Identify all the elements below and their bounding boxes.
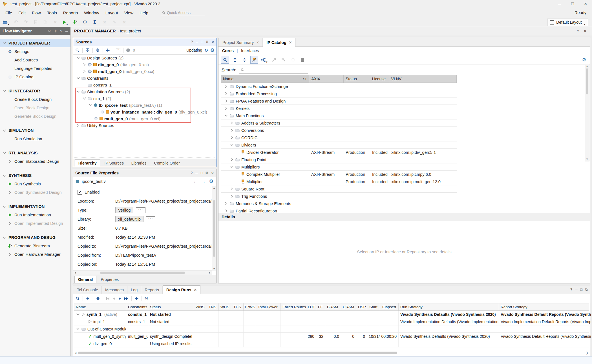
scroll-left-icon[interactable]: ◄ (74, 351, 77, 354)
settings-button[interactable]: ⚙ (81, 19, 89, 26)
flownav-item-create-block-design[interactable]: Create Block Design (0, 95, 70, 104)
group-by-icon[interactable]: ▾ (260, 56, 268, 63)
sources-float-icon[interactable]: ⧉ (206, 40, 209, 44)
ip-row-floating-point[interactable]: Floating Point (221, 156, 457, 163)
create-run-icon[interactable] (134, 296, 139, 301)
column-header-vlnv[interactable]: VLNV (389, 75, 457, 83)
column-header-lut[interactable]: LUT (306, 303, 316, 310)
scroll-down-icon[interactable]: ▼ (213, 267, 215, 270)
menu-layout[interactable]: Layout (102, 9, 121, 17)
sources-help-icon[interactable]: ? (191, 40, 193, 44)
menu-edit[interactable]: Edit (15, 9, 29, 17)
close-icon[interactable]: ✕ (579, 0, 592, 8)
ip-row-complex-multiplier[interactable]: Complex MultiplierAXI4-StreamProductionI… (221, 171, 457, 178)
source-tree-item-mult-gen-0[interactable]: mult_gen_0 (mult_gen_0.xci) (73, 115, 216, 122)
design-run-row-synth-1[interactable]: synth_1 (active)constrs_1Not startedViva… (74, 311, 589, 318)
column-header-ths[interactable]: THS (231, 303, 244, 310)
column-header-tpws[interactable]: TPWS (244, 303, 256, 310)
vertical-scrollbar-thumb[interactable] (586, 68, 588, 94)
subtab-cores[interactable]: Cores (222, 48, 234, 53)
column-header-wns[interactable]: WNS (194, 303, 206, 310)
source-tree-item-simulation-sources[interactable]: Simulation Sources (2) (73, 88, 216, 95)
ip-collapse-all-icon[interactable] (231, 56, 238, 63)
console-tab-reports[interactable]: Reports (141, 286, 163, 294)
flownav-section-ip-integrator[interactable]: IP INTEGRATOR (0, 87, 70, 95)
flownav-item-open-hardware-manager[interactable]: Open Hardware Manager (0, 250, 70, 259)
flownav-item-open-elaborated-design[interactable]: Open Elaborated Design (0, 157, 70, 166)
flownav-item-run-synthesis[interactable]: Run Synthesis (0, 180, 70, 188)
design-run-row-div-gen-0[interactable]: ✓div_gen_0Using cached IP results (74, 340, 589, 347)
flownav-item-settings[interactable]: ⚙Settings (0, 47, 70, 56)
ellipsis-button[interactable]: ··· (146, 216, 156, 222)
flownav-item-language-templates[interactable]: Language Templates (0, 64, 70, 73)
bottom-minimize-icon[interactable]: ─ (575, 288, 578, 292)
design-run-row-out-of-context-module-runs[interactable]: Out-of-Context Module Runs (74, 325, 589, 333)
sources-tab-hierarchy[interactable]: Hierarchy (75, 159, 100, 167)
column-header-elapsed[interactable]: Elapsed (380, 303, 399, 310)
menu-flow[interactable]: Flow (29, 9, 44, 17)
maximize-icon[interactable]: ☐ (566, 0, 579, 8)
runs-search-icon[interactable] (76, 296, 80, 301)
add-sources-icon[interactable] (106, 48, 110, 52)
properties-vertical-scrollbar[interactable]: ▲ ▼ (212, 186, 216, 271)
flownav-collapse-icon[interactable]: ≍ (48, 29, 51, 33)
column-header-axi4[interactable]: AXI4 (309, 75, 344, 83)
open-recent-button[interactable]: ▾ (2, 19, 10, 26)
run-icon[interactable] (118, 297, 121, 300)
scroll-right-icon[interactable]: ❯ (586, 351, 588, 354)
bottom-maximize-icon[interactable]: □ (580, 288, 583, 292)
quick-access-input[interactable]: Quick Access (161, 9, 205, 16)
generate-bitstream-button[interactable] (71, 19, 79, 26)
menu-help[interactable]: Help (136, 9, 151, 17)
editor-tab-project-summary[interactable]: Project Summary✕ (219, 38, 263, 46)
properties-minimize-icon[interactable]: ─ (195, 171, 198, 175)
flownav-section-simulation[interactable]: SIMULATION (0, 126, 70, 135)
column-header-failed-routes[interactable]: Failed Routes (281, 303, 306, 310)
field-value-box[interactable]: xil_defaultlib (115, 216, 143, 222)
field-value-box[interactable]: Verilog (115, 207, 133, 213)
ip-vertical-scrollbar[interactable]: ▲ ▼ (585, 64, 589, 161)
menu-tools[interactable]: Tools (44, 9, 60, 17)
sources-tab-compile-order[interactable]: Compile Order (151, 160, 183, 167)
vertical-scrollbar-thumb[interactable] (213, 200, 215, 257)
column-header-run-strategy[interactable]: Run Strategy (399, 303, 499, 310)
ip-row-adders-subtracters[interactable]: Adders & Subtracters (221, 119, 457, 127)
scroll-down-icon[interactable]: ▼ (586, 158, 588, 161)
column-header-ff[interactable]: FF (316, 303, 325, 310)
source-tree-item-constrs-1[interactable]: constrs_1 (73, 81, 216, 88)
properties-tab-general[interactable]: General (74, 276, 96, 283)
search-icon[interactable] (75, 48, 79, 52)
flownav-item-run-simulation[interactable]: Run Simulation (0, 135, 70, 143)
bottom-float-icon[interactable]: ⧉ (585, 288, 588, 292)
flownav-section-program-and-debug[interactable]: PROGRAM AND DEBUG (0, 233, 70, 242)
sources-tab-ip-sources[interactable]: IP Sources (101, 160, 127, 167)
ip-row-conversions[interactable]: Conversions (221, 127, 457, 134)
design-run-row-impl-1[interactable]: impl_1constrs_1Not startedVivado Impleme… (74, 318, 589, 325)
column-header-report-strategy[interactable]: Report Strategy (499, 303, 591, 310)
column-header-name[interactable]: Name (74, 303, 126, 310)
tab-close-icon[interactable]: ✕ (289, 41, 292, 45)
ip-row-multiplier[interactable]: MultiplierProductionIncludedxilinx.com:i… (221, 178, 457, 185)
minimize-icon[interactable]: ─ (553, 0, 566, 8)
ip-row-trig-functions[interactable]: Trig Functions (221, 193, 457, 200)
menu-window[interactable]: Window (81, 9, 102, 17)
properties-float-icon[interactable]: ⧉ (206, 171, 208, 175)
editor-tab-ip-catalog[interactable]: IP Catalog✕ (263, 38, 295, 47)
flownav-section-synthesis[interactable]: SYNTHESIS (0, 171, 70, 180)
flownav-item-run-implementation[interactable]: Run Implementation (0, 211, 70, 219)
hide-incompatible-ip-icon[interactable] (250, 56, 258, 64)
expand-all-icon[interactable] (96, 48, 100, 52)
ellipsis-button[interactable]: ··· (136, 207, 145, 213)
ip-row-square-root[interactable]: Square Root (221, 185, 457, 193)
source-tree-item-div-gen-0[interactable]: div_gen_0 (div_gen_0.xci) (73, 61, 216, 68)
properties-close-icon[interactable]: ✕ (211, 171, 214, 175)
source-tree-item-utility-sources[interactable]: Utility Sources (73, 122, 216, 129)
ip-row-dynamic-function-exchange[interactable]: Dynamic Function eXchange (221, 83, 457, 90)
column-header-start[interactable]: Start (367, 303, 380, 310)
console-tab-tcl-console[interactable]: Tcl Console (74, 286, 102, 294)
sources-close-icon[interactable]: ✕ (211, 40, 214, 44)
ip-settings-icon[interactable]: ⚙ (580, 56, 588, 63)
flownav-item-ip-catalog[interactable]: IP Catalog (0, 73, 70, 81)
column-header-bram[interactable]: BRAM (325, 303, 341, 310)
subtab-interfaces[interactable]: Interfaces (241, 48, 259, 53)
